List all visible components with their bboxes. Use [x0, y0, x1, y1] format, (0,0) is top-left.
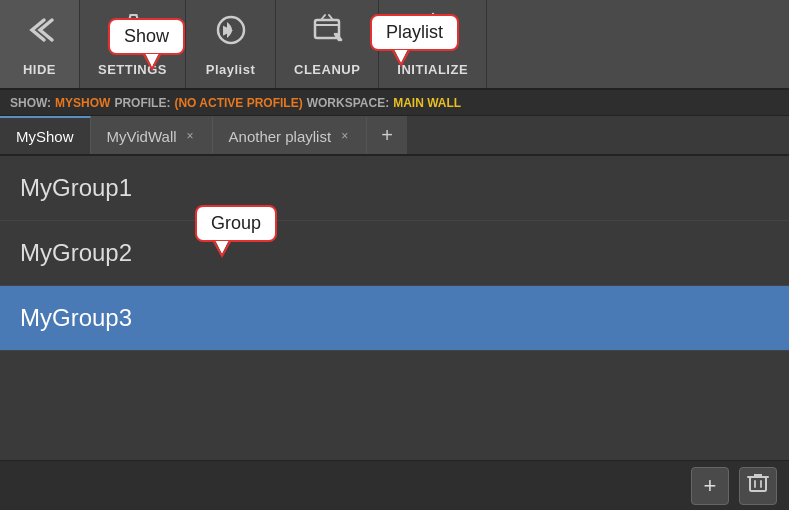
workspace-label: WORKSPACE:: [307, 96, 389, 110]
tab-another-playlist-label: Another playlist: [229, 128, 332, 145]
status-bar: SHOW: MYSHOW PROFILE: (NO ACTIVE PROFILE…: [0, 90, 789, 116]
tab-myvidwall[interactable]: MyVidWall ×: [91, 116, 213, 154]
playlist-label: Playlist: [206, 62, 256, 77]
group-item-mygroup3-label: MyGroup3: [20, 304, 132, 331]
tooltip-group-label: Group: [211, 213, 261, 233]
group-item-mygroup2-label: MyGroup2: [20, 239, 132, 266]
profile-value: (NO ACTIVE PROFILE): [174, 96, 302, 110]
group-item-mygroup3[interactable]: MyGroup3: [0, 286, 789, 351]
main-content: MyShow MyVidWall × Another playlist × + …: [0, 116, 789, 510]
playlist-icon: ▶: [213, 12, 249, 56]
tooltip-playlist-label: Playlist: [386, 22, 443, 42]
tab-another-playlist-close[interactable]: ×: [339, 129, 350, 143]
cleanup-icon: [309, 12, 345, 56]
tab-add-icon: +: [381, 124, 393, 147]
group-item-mygroup1[interactable]: MyGroup1: [0, 156, 789, 221]
cleanup-label: CLEANUP: [294, 62, 360, 77]
add-group-button[interactable]: +: [691, 467, 729, 505]
tooltip-group: Group: [195, 205, 277, 242]
show-label: SHOW:: [10, 96, 51, 110]
tooltip-show: Show: [108, 18, 185, 55]
tab-myshow[interactable]: MyShow: [0, 116, 91, 154]
delete-group-button[interactable]: [739, 467, 777, 505]
group-item-mygroup2[interactable]: MyGroup2: [0, 221, 789, 286]
delete-group-icon: [747, 472, 769, 500]
svg-rect-5: [750, 477, 766, 491]
tooltip-playlist: Playlist: [370, 14, 459, 51]
playlist-button[interactable]: ▶ Playlist: [186, 0, 276, 88]
groups-list: MyGroup1 MyGroup2 MyGroup3: [0, 156, 789, 460]
add-group-icon: +: [704, 473, 717, 499]
hide-button[interactable]: HIDE: [0, 0, 80, 88]
group-item-mygroup1-label: MyGroup1: [20, 174, 132, 201]
tabs-bar: MyShow MyVidWall × Another playlist × +: [0, 116, 789, 156]
hide-icon: [22, 12, 58, 56]
hide-label: HIDE: [23, 62, 56, 77]
svg-text:▶: ▶: [223, 23, 233, 37]
tab-add-button[interactable]: +: [367, 116, 407, 154]
profile-label: PROFILE:: [114, 96, 170, 110]
cleanup-button[interactable]: CLEANUP: [276, 0, 379, 88]
tab-another-playlist[interactable]: Another playlist ×: [213, 116, 368, 154]
show-value: MYSHOW: [55, 96, 110, 110]
workspace-value: MAIN WALL: [393, 96, 461, 110]
tab-myvidwall-close[interactable]: ×: [185, 129, 196, 143]
tooltip-show-label: Show: [124, 26, 169, 46]
tab-myshow-label: MyShow: [16, 128, 74, 145]
bottom-bar: +: [0, 460, 789, 510]
tab-myvidwall-label: MyVidWall: [107, 128, 177, 145]
